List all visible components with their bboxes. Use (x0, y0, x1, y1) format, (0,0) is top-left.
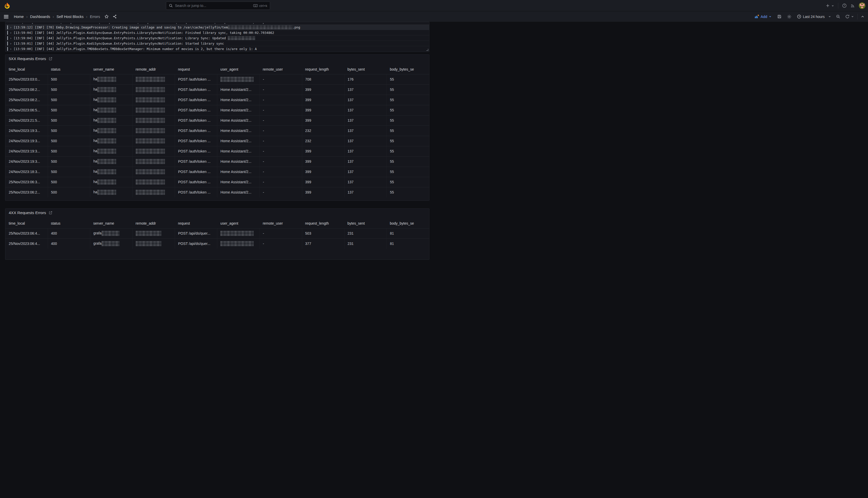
chevron-right-icon[interactable]: › (10, 36, 12, 40)
column-header-server_name[interactable]: server_name (90, 219, 132, 228)
column-header-remote_user[interactable]: remote_user (260, 64, 302, 74)
redacted-block (220, 77, 254, 82)
table-cell (217, 74, 260, 84)
redacted-block (101, 231, 120, 236)
redacted-block (97, 149, 116, 154)
table-cell: 399 (302, 167, 344, 177)
share-icon[interactable] (113, 14, 117, 19)
grafana-logo[interactable] (4, 2, 11, 9)
column-header-status[interactable]: status (48, 64, 90, 74)
table-cell: 55 (387, 126, 429, 136)
panel-title[interactable]: 5XX Requests Errors (9, 56, 46, 61)
table-cell: 500 (48, 156, 90, 167)
log-level-bar (7, 25, 8, 29)
redacted-block (97, 180, 116, 185)
column-header-server_name[interactable]: server_name (90, 64, 132, 74)
table-cell: ha (90, 177, 132, 187)
table-cell: 399 (302, 84, 344, 95)
column-header-time_local[interactable]: time_local (5, 219, 48, 228)
chevron-right-icon[interactable]: › (10, 42, 12, 45)
redacted-block (97, 87, 116, 92)
table-cell: - (260, 146, 302, 156)
table-cell: 137 (344, 126, 387, 136)
table-cell: 500 (48, 74, 90, 84)
table-cell: 137 (344, 187, 387, 197)
table-cell: Home Assistant/2... (217, 167, 260, 177)
column-header-time_local[interactable]: time_local (5, 64, 48, 74)
redacted-block (136, 159, 165, 164)
log-level-bar (7, 47, 8, 51)
table-cell: ha (90, 136, 132, 146)
breadcrumb-separator: › (53, 15, 54, 19)
redacted-block (97, 97, 116, 102)
table-cell: 400 (48, 228, 90, 238)
column-header-user_agent[interactable]: user_agent (217, 64, 260, 74)
dashboard-toolbar: Home › Dashboards › Self Host Blocks › E… (0, 11, 434, 22)
table-cell: 400 (48, 238, 90, 249)
breadcrumb-self-host-blocks[interactable]: Self Host Blocks (56, 15, 84, 19)
external-link-icon[interactable] (49, 211, 52, 214)
chevron-right-icon[interactable]: › (10, 25, 12, 29)
table-cell: 55 (387, 167, 429, 177)
table-cell: Home Assistant/2... (217, 115, 260, 126)
table-cell: 25/Nov/2023:06:2... (5, 187, 48, 197)
external-link-icon[interactable] (49, 57, 52, 61)
column-header-request[interactable]: request (175, 64, 217, 74)
log-row: ›[13:59:12] [INF] [70] Emby.Drawing.Imag… (5, 24, 429, 30)
table-cell: 500 (48, 167, 90, 177)
panel-5xx-requests-errors: 5XX Requests Errors time_localstatusserv… (5, 54, 429, 201)
panel-resize-handle[interactable] (426, 49, 428, 51)
table-cell: POST /auth/token ... (175, 146, 217, 156)
table-cell: 399 (302, 177, 344, 187)
column-header-status[interactable]: status (48, 219, 90, 228)
column-header-body_bytes_se[interactable]: body_bytes_se (387, 219, 429, 228)
table-cell: 24/Nov/2023:19:3... (5, 156, 48, 167)
column-header-request_length[interactable]: request_length (302, 219, 344, 228)
breadcrumb-home[interactable]: Home (14, 15, 24, 19)
table-cell: 500 (48, 126, 90, 136)
table-cell: 231 (344, 238, 387, 249)
column-header-body_bytes_se[interactable]: body_bytes_se (387, 64, 429, 74)
table-cell: 399 (302, 105, 344, 115)
column-header-remote_user[interactable]: remote_user (260, 219, 302, 228)
column-header-request_length[interactable]: request_length (302, 64, 344, 74)
table-cell: 55 (387, 187, 429, 197)
table-cell: ha (90, 84, 132, 95)
table-row: 24/Nov/2023:19:3...500haPOST /auth/token… (5, 146, 429, 156)
chevron-right-icon[interactable]: › (10, 31, 12, 35)
table-cell: - (260, 126, 302, 136)
table-cell: POST /auth/token ... (175, 115, 217, 126)
keyboard-icon (253, 4, 258, 8)
table-cell: Home Assistant/2... (217, 136, 260, 146)
column-header-user_agent[interactable]: user_agent (217, 219, 260, 228)
column-header-remote_addr[interactable]: remote_addr (133, 219, 175, 228)
menu-icon[interactable] (4, 15, 9, 19)
table-cell: 500 (48, 187, 90, 197)
breadcrumb-dashboards[interactable]: Dashboards (30, 15, 50, 19)
column-header-request[interactable]: request (175, 219, 217, 228)
redacted-block (220, 231, 254, 236)
table-cell (217, 238, 260, 249)
table-cell: 232 (302, 126, 344, 136)
table-row: 25/Nov/2023:06:5...500haPOST /auth/token… (5, 105, 429, 115)
table-row: 25/Nov/2023:06:4...400grafaPOST /api/ds/… (5, 228, 429, 238)
star-icon[interactable] (104, 14, 109, 19)
column-header-bytes_sent[interactable]: bytes_sent (344, 64, 387, 74)
table-cell (133, 136, 175, 146)
column-header-remote_addr[interactable]: remote_addr (133, 64, 175, 74)
table-cell (133, 105, 175, 115)
chevron-right-icon[interactable]: › (10, 47, 12, 51)
table-cell: 137 (344, 146, 387, 156)
table-cell: 25/Nov/2023:08:2... (5, 84, 48, 95)
table-cell: POST /api/ds/quer... (175, 238, 217, 249)
table-cell: - (260, 95, 302, 105)
table-cell: 137 (344, 105, 387, 115)
table-cell: 500 (48, 177, 90, 187)
table-cell: - (260, 177, 302, 187)
panel-title[interactable]: 4XX Requests Errors (9, 210, 46, 215)
table-cell: POST /auth/token ... (175, 126, 217, 136)
table-cell: POST /auth/token ... (175, 95, 217, 105)
column-header-bytes_sent[interactable]: bytes_sent (344, 219, 387, 228)
redacted-block (136, 87, 165, 92)
search-input[interactable]: Search or jump to... ctrl+k (166, 2, 270, 10)
